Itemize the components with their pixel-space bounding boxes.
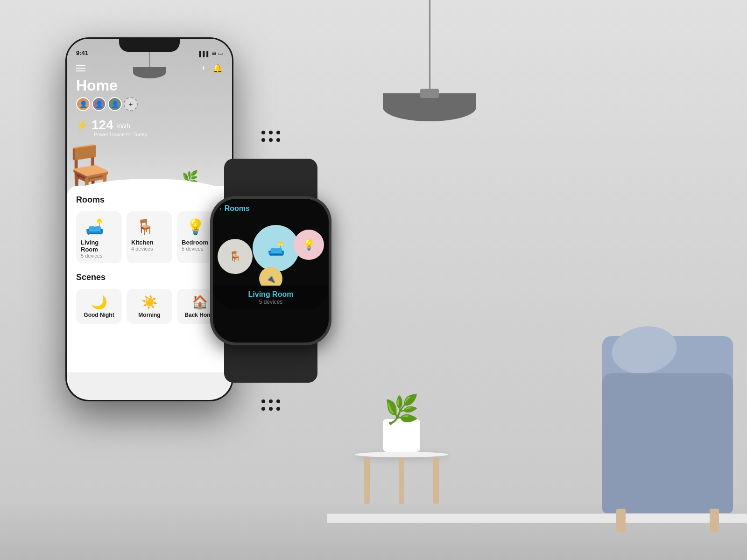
chair-leg-right <box>710 509 719 532</box>
add-icon[interactable]: + <box>201 63 206 73</box>
room-card-living-room[interactable]: 🛋️ Living Room 5 devices <box>76 211 122 263</box>
watch-crown[interactable] <box>330 261 331 280</box>
scenes-grid: 🌙 Good Night ☀️ Morning 🏠 Back Home <box>76 289 223 324</box>
menu-icon[interactable] <box>76 65 85 71</box>
power-value: 124 <box>92 118 113 133</box>
power-unit: kWh <box>117 122 130 130</box>
living-room-name: Living Room <box>81 239 117 253</box>
chair-cushion <box>608 322 680 379</box>
chair-seat <box>602 373 733 513</box>
avatar-2[interactable]: 👤 <box>92 97 106 111</box>
status-icons: ▌▌▌ ⋒ ▭ <box>199 50 223 56</box>
page-title: Home <box>76 77 223 94</box>
watch-circle-kitchen[interactable]: 🪑 <box>218 239 253 274</box>
watch-screen: ‹ Rooms 🪑 🛋️ 💡 🔌 Living <box>213 199 329 343</box>
flower-pot: 🌿 <box>383 396 420 452</box>
phone-title-area: Home 👤 👤 👤 + <box>67 77 232 111</box>
band-holes-top <box>261 131 280 142</box>
living-room-devices: 5 devices <box>81 253 117 259</box>
phone-cards: Rooms 🛋️ Living Room 5 devices 🪑 Kitchen… <box>67 186 232 372</box>
watch-header: ‹ Rooms <box>213 199 329 216</box>
scene-good-night[interactable]: 🌙 Good Night <box>76 289 122 324</box>
wifi-icon: ⋒ <box>212 50 216 56</box>
watch-back-arrow[interactable]: ‹ <box>219 205 222 212</box>
phone-screen: 🪑 🌿 9:41 ▌▌▌ ⋒ ▭ <box>67 39 232 400</box>
scene-morning[interactable]: ☀️ Morning <box>127 289 172 324</box>
ceiling-lamp <box>383 0 476 121</box>
kitchen-icon: 🪑 <box>131 216 159 237</box>
bedroom-circle-icon: 💡 <box>303 239 315 251</box>
signal-icon: ▌▌▌ <box>199 51 210 56</box>
other-circle-icon: 🔌 <box>266 274 275 283</box>
battery-icon: ▭ <box>218 50 223 56</box>
watch-room-devices: 5 devices <box>218 299 324 305</box>
table-surface <box>355 452 448 457</box>
lamp-cord <box>429 0 430 93</box>
avatar-1[interactable]: 👤 <box>76 97 90 111</box>
scenes-section-title: Scenes <box>76 273 223 282</box>
smartphone: 🪑 🌿 9:41 ▌▌▌ ⋒ ▭ <box>65 37 233 401</box>
header-actions: + 🔔 <box>201 63 223 73</box>
status-time: 9:41 <box>76 49 88 56</box>
good-night-label: Good Night <box>80 312 118 318</box>
rooms-grid: 🛋️ Living Room 5 devices 🪑 Kitchen 4 dev… <box>76 211 223 263</box>
morning-icon: ☀️ <box>130 294 169 310</box>
baseboard <box>327 513 747 523</box>
living-room-icon: 🛋️ <box>81 216 109 237</box>
power-label: Power Usage for Today <box>94 132 147 137</box>
watch-circles-area: 🪑 🛋️ 💡 🔌 <box>213 216 329 286</box>
table-leg-left <box>364 457 370 504</box>
chair-leg-left <box>616 509 626 532</box>
bedroom-icon: 💡 <box>182 216 210 237</box>
power-section: ⚡ 124 kWh Power Usage for Today <box>67 111 232 139</box>
band-holes-bottom <box>261 399 280 411</box>
watch-circle-bedroom[interactable]: 💡 <box>294 230 324 260</box>
user-avatars: 👤 👤 👤 + <box>76 97 223 111</box>
good-night-icon: 🌙 <box>80 294 118 310</box>
watch-room-info: Living Room 5 devices <box>213 286 329 310</box>
watch-room-name: Living Room <box>218 290 324 299</box>
phone-content: + 🔔 Home 👤 👤 👤 + ⚡ 124 kWh Power Us <box>67 59 232 400</box>
watch-body: ‹ Rooms 🪑 🛋️ 💡 🔌 Living <box>210 196 331 345</box>
phone-notch <box>119 39 180 52</box>
watch-title: Rooms <box>225 204 250 213</box>
morning-label: Morning <box>130 312 169 318</box>
table-leg-middle <box>399 457 404 504</box>
kitchen-name: Kitchen <box>131 239 168 246</box>
side-table: 🌿 <box>355 452 448 504</box>
living-circle-icon: 🛋️ <box>268 240 285 257</box>
room-card-kitchen[interactable]: 🪑 Kitchen 4 devices <box>127 211 172 263</box>
smartwatch: ‹ Rooms 🪑 🛋️ 💡 🔌 Living <box>210 196 331 345</box>
avatar-3[interactable]: 👤 <box>108 97 122 111</box>
rooms-section-title: Rooms <box>76 195 223 205</box>
flowers-icon: 🌿 <box>383 396 420 424</box>
watch-side-button[interactable] <box>331 248 331 258</box>
armchair <box>584 327 733 513</box>
phone-header: + 🔔 <box>67 59 232 77</box>
table-legs <box>355 457 448 504</box>
table-leg-right <box>433 457 439 504</box>
avatar-add[interactable]: + <box>124 97 138 111</box>
watch-circle-living[interactable]: 🛋️ <box>253 225 299 272</box>
kitchen-circle-icon: 🪑 <box>229 251 241 263</box>
kitchen-devices: 4 devices <box>131 246 168 252</box>
lightning-icon: ⚡ <box>76 119 88 131</box>
bell-icon[interactable]: 🔔 <box>212 63 223 73</box>
lamp-shade <box>383 93 476 121</box>
